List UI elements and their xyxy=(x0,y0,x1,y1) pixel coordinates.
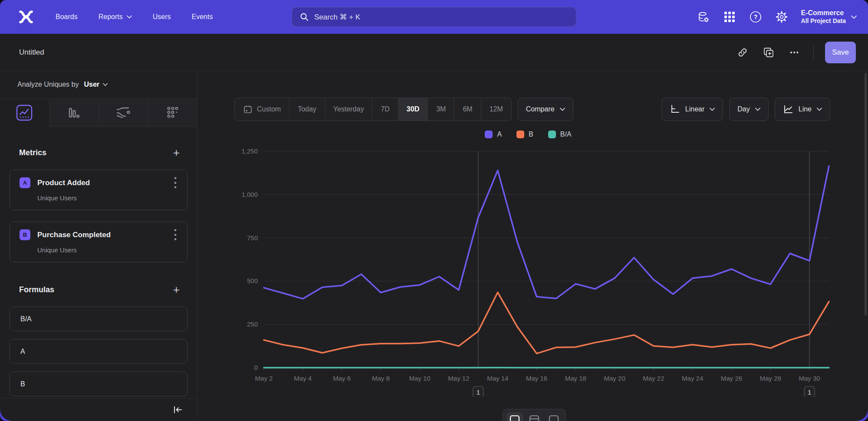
legend-swatch-a xyxy=(485,131,493,138)
chart-type-dropdown[interactable]: Line xyxy=(775,98,830,121)
add-metric-button[interactable]: + xyxy=(173,147,180,158)
scale-dropdown[interactable]: Linear xyxy=(661,98,723,121)
sidebar: Analyze Uniques by User xyxy=(0,71,197,421)
svg-text:750: 750 xyxy=(247,234,258,242)
line-type-icon xyxy=(783,104,793,114)
svg-text:1,250: 1,250 xyxy=(241,147,258,155)
scale-label: Linear xyxy=(685,105,704,113)
metric-measure[interactable]: Unique Users xyxy=(37,246,77,254)
chevron-down-icon xyxy=(851,15,857,19)
analyze-entity-dropdown[interactable]: User xyxy=(84,81,108,88)
content-panel: Untitled ••• Save xyxy=(0,34,868,421)
svg-text:May 18: May 18 xyxy=(565,375,586,382)
divider xyxy=(813,45,814,60)
nav-item-reports[interactable]: Reports xyxy=(99,13,132,21)
metric-name: Purchase Completed xyxy=(37,231,111,239)
report-actions: ••• Save xyxy=(735,42,856,63)
formula-label: A xyxy=(20,348,25,356)
tab-funnel-dots[interactable] xyxy=(148,99,197,127)
svg-text:May 16: May 16 xyxy=(526,375,547,382)
settings-gear-icon[interactable] xyxy=(775,10,788,23)
funnel-dots-icon xyxy=(165,105,180,120)
layout-chart-table-toggle[interactable] xyxy=(506,412,523,421)
svg-text:500: 500 xyxy=(247,277,258,284)
split-horizontal-icon xyxy=(510,415,520,421)
line-chart[interactable]: 02505007501,0001,250May 2May 4May 6May 8… xyxy=(197,143,868,397)
range-label: Today xyxy=(298,105,316,113)
legend-item-a[interactable]: A xyxy=(485,131,502,138)
layout-table-top-toggle[interactable] xyxy=(526,412,542,421)
formula-card[interactable]: A xyxy=(10,339,187,364)
apps-grid-icon[interactable] xyxy=(723,10,736,23)
legend-label: B/A xyxy=(560,131,572,138)
chevron-down-icon xyxy=(755,108,760,111)
metric-card-b[interactable]: B Purchase Completed ••• Unique Users xyxy=(10,222,187,262)
svg-text:May 22: May 22 xyxy=(643,375,664,382)
svg-text:250: 250 xyxy=(247,320,258,328)
chevron-down-icon xyxy=(817,108,822,111)
tab-line-chart[interactable] xyxy=(0,99,49,127)
metric-card-top: B Purchase Completed xyxy=(20,229,111,240)
range-today[interactable]: Today xyxy=(289,98,325,121)
metric-options-icon[interactable]: ••• xyxy=(171,176,179,190)
calendar-icon xyxy=(243,104,253,114)
svg-text:May 28: May 28 xyxy=(760,375,781,382)
svg-text:May 2: May 2 xyxy=(255,375,273,382)
flow-chart-icon xyxy=(115,105,132,120)
metric-options-icon[interactable]: ••• xyxy=(171,228,179,242)
formulas-header: Formulas + xyxy=(0,284,197,295)
nav-item-label: Users xyxy=(153,13,171,21)
legend-item-ba[interactable]: B/A xyxy=(548,131,572,138)
copy-link-icon[interactable] xyxy=(735,45,750,60)
search-input[interactable]: Search ⌘ + K xyxy=(292,7,576,27)
range-label: 6M xyxy=(463,105,472,113)
range-12m[interactable]: 12M xyxy=(481,98,511,121)
main-area: Custom Today Yesterday 7D 30D 3M 6M 12M … xyxy=(197,71,868,421)
range-6m[interactable]: 6M xyxy=(454,98,481,121)
help-icon[interactable]: ? xyxy=(749,10,762,23)
nav-item-label: Boards xyxy=(56,13,78,21)
duplicate-icon[interactable] xyxy=(761,45,776,60)
more-menu-icon[interactable]: ••• xyxy=(787,45,802,60)
range-label: 12M xyxy=(490,105,503,113)
range-label: Custom xyxy=(257,105,281,113)
legend-item-b[interactable]: B xyxy=(516,131,533,138)
save-button[interactable]: Save xyxy=(825,42,856,63)
compare-button[interactable]: Compare xyxy=(518,98,573,121)
nav-item-events[interactable]: Events xyxy=(192,13,213,21)
add-formula-button[interactable]: + xyxy=(173,284,180,295)
formulas-heading: Formulas xyxy=(19,285,54,294)
range-custom[interactable]: Custom xyxy=(235,98,289,121)
range-7d[interactable]: 7D xyxy=(372,98,398,121)
formula-card[interactable]: B/A xyxy=(10,307,187,331)
report-title[interactable]: Untitled xyxy=(19,48,44,57)
metric-card-a[interactable]: A Product Added ••• Unique Users xyxy=(10,170,187,210)
nav-item-boards[interactable]: Boards xyxy=(56,13,78,21)
range-label: 3M xyxy=(436,105,446,113)
mixpanel-logo-icon[interactable] xyxy=(17,10,35,24)
tab-bar-chart[interactable] xyxy=(49,99,99,127)
nav-right: ? E-Commerce All Project Data xyxy=(697,0,857,34)
formula-label: B/A xyxy=(20,315,32,323)
svg-text:0: 0 xyxy=(254,364,258,371)
range-yesterday[interactable]: Yesterday xyxy=(325,98,373,121)
data-management-icon[interactable] xyxy=(697,10,710,23)
range-label: 7D xyxy=(381,105,389,113)
svg-text:1,000: 1,000 xyxy=(241,191,258,198)
metric-measure[interactable]: Unique Users xyxy=(37,194,77,202)
range-30d[interactable]: 30D xyxy=(398,98,428,121)
legend-label: A xyxy=(497,131,502,138)
top-nav: Boards Reports Users Events Search ⌘ + K xyxy=(0,0,868,34)
range-3m[interactable]: 3M xyxy=(428,98,454,121)
metrics-heading: Metrics xyxy=(19,148,46,157)
search-placeholder: Search ⌘ + K xyxy=(314,13,360,22)
nav-item-users[interactable]: Users xyxy=(153,13,171,21)
formula-card[interactable]: B xyxy=(10,372,187,396)
layout-table-bottom-toggle[interactable] xyxy=(546,412,562,421)
project-selector[interactable]: E-Commerce All Project Data xyxy=(801,9,857,25)
interval-dropdown[interactable]: Day xyxy=(729,98,768,121)
collapse-sidebar-icon[interactable] xyxy=(173,405,183,414)
tab-flow-chart[interactable] xyxy=(99,99,148,127)
linear-scale-icon xyxy=(670,104,680,114)
scrollbar-thumb[interactable] xyxy=(865,73,867,316)
